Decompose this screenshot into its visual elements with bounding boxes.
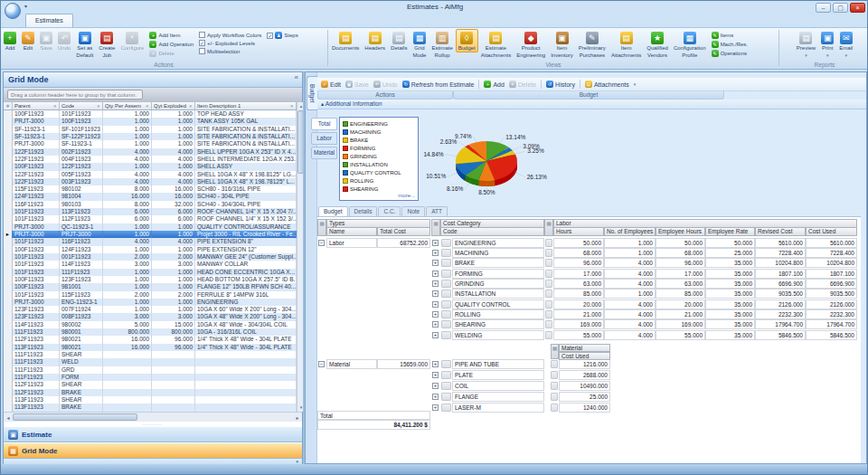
expand-icon[interactable]: + — [432, 250, 439, 256]
grid-mode-button[interactable]: ▦GridMode — [410, 29, 429, 59]
close-button[interactable]: × — [850, 3, 865, 13]
tab-note[interactable]: Note — [401, 206, 425, 216]
steps-checkbox[interactable]: ✓♟Steps — [267, 32, 297, 39]
add-button[interactable]: +Add — [1, 29, 19, 52]
grid-row[interactable]: 101F11923111F119231.0001.000HEAD CONE EC… — [4, 269, 297, 276]
headers-button[interactable]: ▤Headers — [362, 29, 388, 52]
preliminary-purchases-button[interactable]: ✎PreliminaryPurchases — [576, 29, 609, 59]
grid-row[interactable]: 122F11923005F119234.0004.000SHELL 10GA X… — [4, 171, 297, 178]
legend-more-link[interactable]: more... — [343, 193, 415, 198]
tab-estimates[interactable]: Estimates — [25, 14, 73, 27]
grid-row[interactable]: 115F119239801028.00016.000SCH80 - 316/31… — [4, 185, 297, 193]
save-button[interactable]: ▣Save — [37, 29, 55, 52]
expand-icon[interactable]: + — [432, 361, 439, 367]
details-button[interactable]: ▤Details — [388, 29, 410, 52]
expand-icon[interactable]: + — [432, 394, 439, 400]
grid-row[interactable]: 122F11923003F119234.0004.000SHELL 10GA X… — [4, 178, 297, 185]
item-inventory-button[interactable]: ▣ItemInventory — [548, 29, 576, 59]
tab-cc[interactable]: C.C. — [378, 206, 401, 216]
collapse-icon[interactable]: « — [295, 73, 298, 81]
grid-row[interactable]: 111F11923GRD — [4, 366, 297, 374]
grid-row[interactable]: SF-11923-1SF-101F119231.0001.000SITE FAB… — [4, 126, 297, 133]
expand-icon[interactable]: + — [432, 321, 439, 328]
grid-row[interactable]: 123F11923008F119233.0003.00010GA X 48" W… — [4, 313, 297, 320]
pivot-corner-icon[interactable]: ▦ — [544, 219, 553, 236]
grid-row[interactable]: 112F1192398002116.00096.0001/4" Thick X … — [4, 336, 297, 343]
checkbox-icon[interactable] — [199, 32, 205, 38]
grid-row[interactable]: 111F11923980001800.000800.00010GA - 316/… — [4, 328, 297, 336]
expand-icon[interactable]: + — [432, 260, 439, 266]
grid-row[interactable]: 113F1192398002116.00096.0001/4" Thick X … — [4, 344, 297, 351]
email-button[interactable]: ✉Email▾ — [836, 29, 855, 59]
edit-button[interactable]: ✎Edit — [19, 29, 37, 52]
labor-column-revised-cost[interactable]: Revised Cost — [755, 227, 806, 236]
set-as-default-button[interactable]: ▣Set asDefault — [73, 29, 96, 59]
add-button[interactable]: +Add — [484, 81, 504, 88]
qualified-vendors-button[interactable]: ★QualifiedVendors — [644, 29, 671, 59]
expand-icon[interactable]: + — [432, 311, 439, 318]
side-tab-total[interactable]: Total — [311, 118, 337, 130]
filter-icon[interactable]: ▼ — [53, 104, 57, 109]
create-job-button[interactable]: ▤CreateJob — [96, 29, 118, 59]
grid-row[interactable]: 111F11923FORM — [4, 374, 297, 381]
grid-row[interactable]: 122F11923002F119234.0004.000SHELL UPPER … — [4, 148, 297, 156]
delete-button[interactable]: ×Delete — [149, 50, 193, 57]
item-attachments-button[interactable]: ▤ItemAttachments — [609, 29, 644, 59]
grid-row[interactable]: 100F119239810011.0001.000FLANGE 12" 150L… — [4, 283, 297, 290]
delete-button[interactable]: ×Delete — [509, 81, 536, 88]
scrollbar-thumb[interactable] — [13, 413, 137, 421]
dropdown-caret-icon[interactable]: ▾ — [634, 81, 637, 87]
grid-row[interactable]: PRJT-3000ENG-11923-11.0001.000ENGINEERIN… — [4, 299, 297, 306]
grid-row[interactable]: PRJT-3000SF-11923-11.0001.000SITE FABRIC… — [4, 140, 297, 147]
documents-button[interactable]: ▤Documents — [329, 29, 362, 52]
grid-row[interactable]: 101F11923001F119232.0002.000MANWAY GEE 2… — [4, 253, 297, 261]
grid-row[interactable]: 101F11923113F119236.0006.000ROOF CHANNEL… — [4, 208, 297, 215]
multiselection-checkbox[interactable]: Multiselection — [199, 48, 261, 54]
app-menu-button[interactable] — [5, 3, 21, 19]
pivot-corner-icon[interactable]: ▦ — [317, 219, 326, 236]
undo-button[interactable]: ↶Undo — [373, 81, 398, 88]
configure-button[interactable]: *Configure — [118, 29, 146, 52]
scroll-left-icon[interactable]: ◂ — [4, 414, 13, 421]
pivot-corner-icon[interactable]: ▦ — [431, 219, 440, 236]
labor-column-no-of-employees[interactable]: No. of Employees — [604, 227, 656, 236]
maximize-button[interactable]: ▢ — [833, 3, 848, 13]
grid-row[interactable]: PRJT-3000100F119231.0001.000TANK ASSY 10… — [4, 118, 297, 125]
side-tab-material[interactable]: Material — [311, 147, 337, 159]
checkbox-icon[interactable]: ✓ — [267, 33, 273, 39]
expand-icon[interactable]: + — [432, 372, 439, 378]
budget-button[interactable]: ◊Budget — [456, 29, 478, 52]
preview-button[interactable]: ▤Preview▾ — [794, 29, 818, 59]
expand-icon[interactable]: + — [432, 280, 439, 287]
collapse-row-icon[interactable]: − — [318, 240, 325, 246]
tab-details[interactable]: Details — [349, 206, 378, 216]
apply-workflow-colors-checkbox[interactable]: Apply Workflow Colors — [199, 32, 261, 38]
minimize-button[interactable]: – — [816, 3, 831, 13]
expand-icon[interactable]: + — [432, 271, 439, 277]
add-item-button[interactable]: +Add Item — [149, 32, 193, 39]
configuration-profile-button[interactable]: ▦ConfigurationProfile — [671, 29, 709, 59]
column-header-item-description-1[interactable]: Item Description 1▼ — [195, 102, 297, 110]
grid-row[interactable]: 123F11923007F119241.0001.00010GA X 60" W… — [4, 306, 297, 313]
grid-row[interactable]: SF-11923-1SF-122F119231.0001.000SITE FAB… — [4, 133, 297, 140]
expand-icon[interactable]: + — [432, 383, 439, 389]
nav-item-estimate[interactable]: ▣ Estimate — [4, 426, 302, 442]
grid-row[interactable]: 113F11923SHEAR — [4, 396, 297, 404]
mach-res--button[interactable]: ✎Mach./Res. — [712, 41, 748, 48]
grid-row[interactable]: ▸PRJT-3000PRJT-30001.0001.000Projet 3000… — [4, 231, 297, 238]
grid-row[interactable]: 101F11923115F119232.0002.000FERRULE 8" 1… — [4, 291, 297, 299]
grid-row[interactable]: 101F11923116F119234.0004.000PIPE EXTENSI… — [4, 238, 297, 245]
grid-row[interactable]: 111F11923WELD — [4, 358, 297, 366]
grid-row[interactable]: 100F11923124F119231.0001.000PIPE EXTENSI… — [4, 246, 297, 253]
grid-row[interactable]: 114F119239800025.00015.00010GA X 48" Wid… — [4, 321, 297, 328]
estimate-rollup-button[interactable]: ▥EstimateRollup — [429, 29, 455, 59]
tab-budget[interactable]: Budget — [318, 206, 348, 216]
filter-icon[interactable]: ▼ — [290, 104, 294, 109]
edit-button[interactable]: ✓Edit — [321, 81, 341, 88]
budget-vertical-tab[interactable]: Budget — [307, 76, 317, 110]
labor-column-hours[interactable]: Hours — [553, 227, 604, 236]
labor-column-employee-hours[interactable]: Employee Hours — [656, 227, 705, 236]
save-button[interactable]: ▣Save — [345, 81, 369, 88]
side-tab-labor[interactable]: Labor — [311, 132, 337, 145]
grid-row[interactable]: 100F11923101F119231.0001.000TOP HEAD ASS… — [4, 110, 297, 118]
